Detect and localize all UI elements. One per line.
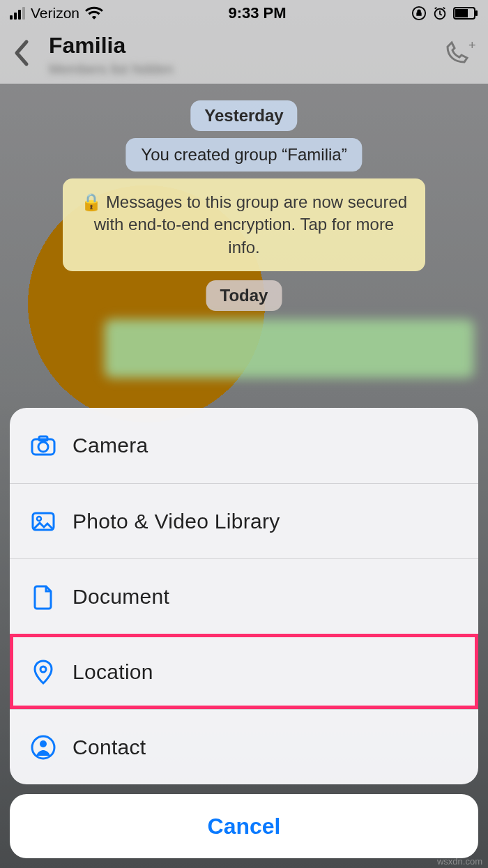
back-button[interactable] — [13, 39, 29, 71]
date-divider-yesterday: Yesterday — [190, 100, 297, 131]
sheet-item-label: Contact — [73, 736, 146, 759]
lock-icon: 🔒 — [81, 192, 102, 211]
sheet-item-camera[interactable]: Camera — [10, 408, 478, 483]
svg-point-11 — [40, 667, 46, 672]
battery-icon — [453, 7, 478, 20]
sheet-item-location[interactable]: Location — [10, 634, 478, 709]
location-icon — [29, 658, 73, 686]
contact-icon — [29, 733, 73, 761]
sheet-item-document[interactable]: Document — [10, 558, 478, 634]
encryption-text: Messages to this group are now secured w… — [94, 192, 407, 257]
svg-point-10 — [37, 517, 41, 521]
date-divider-today: Today — [206, 280, 282, 311]
sheet-item-label: Photo & Video Library — [73, 510, 280, 533]
clock: 9:33 PM — [228, 4, 286, 22]
sheet-item-label: Location — [73, 660, 153, 684]
carrier-label: Verizon — [31, 5, 79, 22]
camera-icon — [29, 432, 73, 459]
sheet-item-contact[interactable]: Contact — [10, 709, 478, 784]
sheet-item-label: Document — [73, 585, 169, 609]
status-bar: Verizon 9:33 PM — [0, 0, 488, 26]
rotation-lock-icon — [411, 6, 427, 21]
signal-bars-icon — [10, 7, 25, 20]
chat-subtitle: Members list hidden — [49, 61, 442, 77]
message-bubble-redacted — [105, 319, 474, 378]
encryption-notice[interactable]: 🔒Messages to this group are now secured … — [63, 178, 425, 271]
alarm-icon — [432, 6, 448, 21]
sheet-item-photo-library[interactable]: Photo & Video Library — [10, 483, 478, 558]
svg-rect-4 — [475, 10, 478, 16]
chat-title: Familia — [49, 33, 442, 59]
cancel-label: Cancel — [208, 814, 281, 839]
call-button[interactable]: + — [442, 40, 475, 70]
cancel-button[interactable]: Cancel — [10, 794, 478, 858]
document-icon — [29, 583, 73, 611]
svg-rect-3 — [455, 9, 468, 17]
svg-point-7 — [38, 442, 48, 452]
svg-text:+: + — [468, 40, 475, 52]
photo-icon — [29, 508, 73, 535]
system-message: You created group “Familia” — [125, 138, 362, 172]
attachment-action-sheet: Camera Photo & Video Library Document Lo… — [10, 408, 478, 858]
chat-title-area[interactable]: Familia Members list hidden — [49, 33, 442, 77]
svg-point-13 — [40, 740, 47, 747]
wifi-icon — [85, 6, 103, 20]
sheet-item-label: Camera — [73, 434, 148, 457]
chat-header: Familia Members list hidden + — [0, 26, 488, 84]
